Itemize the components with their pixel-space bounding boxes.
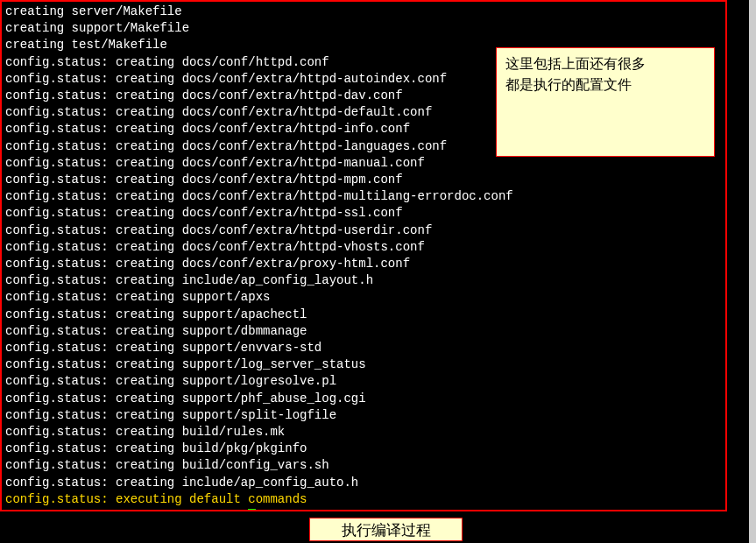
terminal-line: config.status: creating support/split-lo… (5, 407, 722, 424)
shell-prompt: [root@Linux6-3 httpd-2.4.2]# (5, 509, 219, 511)
terminal-line: config.status: creating docs/conf/extra/… (5, 256, 722, 272)
terminal-line: config.status: creating docs/conf/extra/… (5, 155, 722, 172)
terminal-line: config.status: creating support/apxs (5, 289, 722, 306)
prompt-line[interactable]: [root@Linux6-3 httpd-2.4.2]# make (5, 508, 722, 511)
terminal-line: config.status: creating support/apachect… (5, 307, 722, 323)
terminal-line: config.status: creating support/envvars-… (5, 340, 722, 356)
terminal-line: config.status: creating include/ap_confi… (5, 272, 722, 289)
terminal-line: config.status: creating build/pkg/pkginf… (5, 441, 722, 457)
terminal-line: config.status: creating support/log_serv… (5, 356, 722, 373)
terminal-line: config.status: creating docs/conf/extra/… (5, 239, 722, 256)
annotation-text-line: 都是执行的配置文件 (505, 74, 705, 95)
annotation-config-files: 这里包括上面还有很多 都是执行的配置文件 (496, 47, 715, 157)
terminal-line: config.status: creating build/rules.mk (5, 424, 722, 441)
terminal-window[interactable]: creating server/Makefilecreating support… (0, 0, 727, 511)
terminal-line: config.status: creating docs/conf/extra/… (5, 205, 722, 222)
cursor (248, 509, 256, 511)
terminal-line: config.status: creating docs/conf/extra/… (5, 188, 722, 205)
terminal-line: config.status: creating support/phf_abus… (5, 391, 722, 407)
terminal-line: config.status: creating support/dbmmanag… (5, 323, 722, 340)
typed-command: make (219, 509, 249, 511)
annotation-text-line: 这里包括上面还有很多 (505, 53, 705, 74)
terminal-line: creating support/Makefile (5, 20, 722, 37)
annotation-compile-process: 执行编译过程 (309, 518, 463, 541)
terminal-line: config.status: executing default command… (5, 491, 722, 508)
terminal-line: config.status: creating docs/conf/extra/… (5, 222, 722, 239)
scrollbar-edge (749, 0, 756, 543)
terminal-line: config.status: creating docs/conf/extra/… (5, 172, 722, 188)
terminal-line: config.status: creating build/config_var… (5, 457, 722, 474)
terminal-line: config.status: creating include/ap_confi… (5, 475, 722, 491)
terminal-line: config.status: creating support/logresol… (5, 373, 722, 390)
terminal-line: creating server/Makefile (5, 4, 722, 20)
